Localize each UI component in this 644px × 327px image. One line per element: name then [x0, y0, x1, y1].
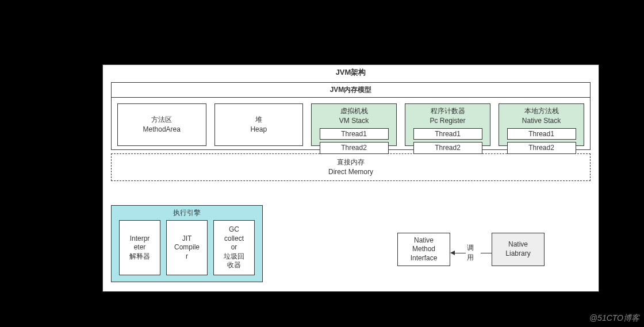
gc-l5: 收器: [227, 261, 241, 270]
gc-l3: or: [231, 243, 237, 252]
memory-model-container: JVM内存模型 方法区 MethodArea 堆 Heap 虚拟机栈 VM St…: [111, 82, 591, 150]
native-stack-zh: 本地方法栈: [524, 106, 559, 116]
arrow-left-icon: [450, 251, 455, 255]
vm-stack-zh: 虚拟机栈: [340, 106, 368, 116]
pc-register-box: 程序计数器 Pc Register Thread1 Thread2: [405, 103, 490, 146]
call-arrow: 调用: [450, 243, 492, 263]
execution-engine-title: 执行引擎: [112, 206, 262, 220]
native-stack-en: Native Stack: [522, 116, 561, 126]
pc-register-thread1: Thread1: [413, 128, 482, 140]
native-stack-thread1: Thread1: [507, 128, 576, 140]
gc-collector-box: GC collect or 垃圾回 收器: [213, 220, 255, 275]
arrow-line-left: [455, 253, 466, 253]
vm-stack-en: VM Stack: [339, 116, 369, 126]
interpreter-l2: eter: [134, 243, 146, 252]
native-library-box: Native Liabrary: [492, 233, 545, 266]
heap-box: 堆 Heap: [214, 103, 304, 146]
method-area-box: 方法区 MethodArea: [117, 103, 206, 146]
pc-register-zh: 程序计数器: [431, 106, 465, 116]
memory-row: 方法区 MethodArea 堆 Heap 虚拟机栈 VM Stack Thre…: [112, 98, 590, 148]
jvm-title: JVM架构: [103, 65, 599, 80]
vm-stack-thread1: Thread1: [320, 128, 389, 140]
arrow-line-right: [481, 253, 492, 253]
direct-memory-box: 直接内存 Direct Memory: [111, 153, 591, 181]
interpreter-l3: 解释器: [129, 252, 150, 261]
jit-l2: Compile: [174, 243, 200, 252]
native-method-interface-box: Native Method Interface: [397, 233, 450, 266]
gc-l4: 垃圾回: [224, 252, 244, 261]
method-area-zh: 方法区: [151, 115, 172, 125]
jvm-architecture-container: JVM架构 JVM内存模型 方法区 MethodArea 堆 Heap 虚拟机栈…: [102, 64, 599, 292]
pc-register-en: Pc Register: [430, 116, 465, 126]
call-label: 调用: [466, 243, 481, 263]
lib-l2: Liabrary: [505, 249, 530, 259]
gc-l2: collect: [224, 234, 244, 244]
nmi-l2: Method: [411, 245, 438, 254]
interpreter-l1: Interpr: [130, 234, 150, 244]
jit-l1: JIT: [182, 234, 192, 244]
nmi-l3: Interface: [411, 254, 438, 263]
direct-memory-zh: 直接内存: [112, 157, 590, 167]
watermark: @51CTO博客: [589, 313, 639, 324]
native-stack-thread2: Thread2: [507, 142, 576, 154]
engine-row: Interpr eter 解释器 JIT Compile r GC collec…: [112, 220, 262, 275]
execution-engine-box: 执行引擎 Interpr eter 解释器 JIT Compile r GC c…: [111, 205, 263, 282]
jit-l3: r: [186, 252, 188, 261]
heap-en: Heap: [250, 125, 267, 134]
lib-l1: Native: [505, 240, 530, 249]
interpreter-box: Interpr eter 解释器: [119, 220, 160, 275]
method-area-en: MethodArea: [143, 125, 181, 134]
vm-stack-thread2: Thread2: [320, 142, 389, 154]
nmi-l1: Native: [411, 236, 438, 245]
gc-l1: GC: [229, 225, 239, 234]
memory-model-title: JVM内存模型: [112, 83, 590, 98]
jit-compiler-box: JIT Compile r: [166, 220, 208, 275]
pc-register-thread2: Thread2: [413, 142, 482, 154]
direct-memory-en: Direct Memory: [112, 167, 590, 177]
vm-stack-box: 虚拟机栈 VM Stack Thread1 Thread2: [311, 103, 397, 146]
heap-zh: 堆: [255, 115, 262, 125]
native-stack-box: 本地方法栈 Native Stack Thread1 Thread2: [499, 103, 584, 146]
